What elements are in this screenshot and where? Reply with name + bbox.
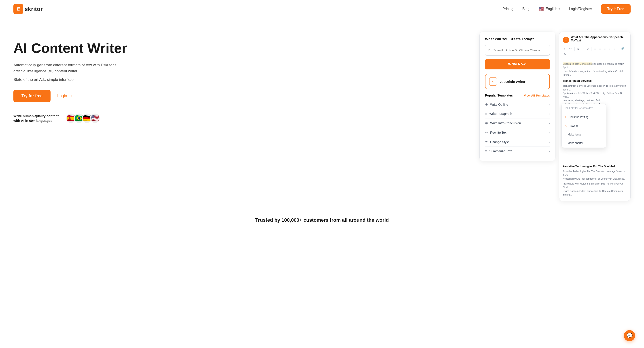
align-center-button[interactable]: ≡: [608, 47, 611, 51]
logo[interactable]: E skritor: [14, 4, 43, 14]
flag-usa: 🇺🇸: [90, 113, 100, 123]
flag-us-icon: 🇺🇸: [538, 6, 544, 12]
rewrite-icon: ✎: [564, 124, 567, 128]
italic-button[interactable]: I: [582, 47, 584, 51]
template-write-paragraph[interactable]: ≡ Write Paragraph ›: [485, 109, 550, 118]
chevron-right-icon: ›: [549, 112, 550, 116]
redo-button[interactable]: ↪: [568, 47, 573, 51]
chevron-down-icon: ▾: [558, 8, 560, 11]
make-shorter-icon: ↕: [564, 141, 566, 146]
template-label: Rewrite Text: [490, 131, 507, 134]
continue-writing-label: Continue Writing: [569, 115, 588, 119]
templates-header: Popular Templates View All Templates: [485, 94, 550, 97]
toolbar-separator: [591, 47, 592, 51]
view-all-templates-link[interactable]: View All Templates: [524, 94, 550, 97]
continue-writing-option[interactable]: ✏ Continue Writing: [562, 113, 606, 122]
language-selector[interactable]: 🇺🇸 English ▾: [538, 6, 560, 12]
chevron-right-icon: ›: [549, 121, 550, 125]
underline-button[interactable]: U: [586, 47, 590, 51]
list2-button[interactable]: ≡: [598, 47, 602, 51]
popular-templates-title: Popular Templates: [485, 94, 513, 97]
hero-buttons: Try for free Login →: [14, 90, 130, 102]
menu-icon: ☰: [563, 37, 569, 43]
editor-card: ☰ What Are The Applications Of Speech-To…: [559, 32, 630, 201]
hero-title: AI Content Writer: [14, 41, 130, 56]
template-rewrite-text[interactable]: ✏ Rewrite Text ›: [485, 128, 550, 137]
editor-title: What Are The Applications Of Speech-To-T…: [571, 35, 627, 42]
template-summarize[interactable]: ≡ Summarize Text ›: [485, 147, 550, 156]
make-longer-label: Make longer: [568, 133, 582, 137]
bold-button[interactable]: B: [576, 47, 580, 51]
section1-title: Transcription Services: [563, 79, 627, 83]
trusted-section: Trusted by 100,000+ customers from all a…: [0, 210, 644, 228]
hero-subtitle: State of the art A.I., simple interface: [14, 77, 130, 82]
template-label: Write Outline: [490, 103, 508, 106]
section2-text1: Assistive Technologies For The Disabled …: [563, 169, 627, 181]
nav-pricing[interactable]: Pricing: [502, 7, 514, 11]
change-style-icon: ✒: [485, 140, 488, 144]
nav-blog[interactable]: Blog: [522, 7, 530, 11]
make-longer-option[interactable]: ↕ Make longer: [562, 130, 606, 139]
write-now-button[interactable]: Write Now!: [485, 59, 550, 69]
undo-button[interactable]: ↩: [563, 47, 567, 51]
try-it-free-button[interactable]: Try It Free: [601, 4, 630, 14]
logo-text: skritor: [24, 6, 43, 13]
chevron-right-icon: ›: [528, 80, 530, 83]
hero-right: What Will You Create Today? Write Now! A…: [480, 32, 630, 201]
header: E skritor Pricing Blog 🇺🇸 English ▾ Logi…: [0, 0, 644, 18]
align-right-button[interactable]: ≡: [613, 47, 616, 51]
ai-article-box[interactable]: AI AI Article Writer ›: [485, 74, 550, 89]
list-button[interactable]: ≡: [593, 47, 597, 51]
summarize-icon: ≡: [485, 149, 487, 153]
logo-icon: E: [14, 4, 23, 14]
editor-header: ☰ What Are The Applications Of Speech-To…: [559, 32, 630, 59]
flags-group: 🇪🇸 🇧🇷 🇩🇪 🇺🇸: [66, 113, 100, 123]
continue-writing-icon: ✏: [564, 115, 567, 120]
content-writer-card: What Will You Create Today? Write Now! A…: [480, 32, 556, 161]
languages-text: Write human-quality content with AI in 6…: [14, 113, 62, 123]
write-intro-icon: ⊕: [485, 121, 488, 125]
make-shorter-option[interactable]: ↕ Make shorter: [562, 139, 606, 148]
make-shorter-label: Make shorter: [568, 141, 584, 145]
section2-text2: Individuals With Motor Impairments, Such…: [563, 182, 627, 196]
ai-article-icon: AI: [489, 77, 497, 86]
card1-title: What Will You Create Today?: [485, 37, 550, 41]
template-write-outline[interactable]: ⊙ Write Outline ›: [485, 100, 550, 109]
hero-section: AI Content Writer Automatically generate…: [0, 18, 644, 210]
nav-login-register[interactable]: Login/Register: [569, 7, 592, 11]
link-button[interactable]: 🔗: [620, 47, 625, 51]
align-left-button[interactable]: ≡: [603, 47, 607, 51]
toolbar-separator: [574, 47, 575, 51]
language-label: English: [546, 7, 557, 11]
rewrite-label: Rewrite: [569, 124, 578, 128]
edit-button[interactable]: ✎: [563, 52, 567, 56]
hero-left: AI Content Writer Automatically generate…: [14, 32, 130, 123]
rewrite-text-icon: ✏: [485, 130, 488, 135]
chevron-right-icon: ›: [549, 140, 550, 144]
template-label: Write Paragraph: [489, 112, 512, 116]
template-change-style[interactable]: ✒ Change Style ›: [485, 137, 550, 147]
write-paragraph-icon: ≡: [485, 112, 487, 116]
toolbar-separator: [618, 47, 618, 51]
template-label: Change Style: [490, 140, 509, 144]
ai-input[interactable]: Tell Eskritor what to do?: [562, 104, 606, 113]
templates-section: Popular Templates View All Templates ⊙ W…: [485, 94, 550, 156]
chevron-right-icon: ›: [549, 149, 550, 153]
main-nav: Pricing Blog 🇺🇸 English ▾ Login/Register…: [502, 4, 630, 14]
login-link[interactable]: Login →: [57, 94, 73, 98]
editor-body: Speech-To-Text Conversion Has Become Int…: [559, 59, 630, 201]
rewrite-option[interactable]: ✎ Rewrite: [562, 122, 606, 130]
write-outline-icon: ⊙: [485, 102, 488, 107]
editor-toolbar: ↩ ↪ B I U ≡ ≡ ≡ ≡ ≡ 🔗 ✎: [563, 47, 627, 56]
ai-article-label: AI Article Writer: [500, 80, 526, 84]
topic-input[interactable]: [485, 45, 550, 56]
trusted-text: Trusted by 100,000+ customers from all a…: [255, 217, 389, 223]
template-label: Write Intro/Conclusion: [490, 121, 521, 125]
template-write-intro[interactable]: ⊕ Write Intro/Conclusion ›: [485, 118, 550, 128]
try-for-free-button[interactable]: Try for free: [14, 90, 50, 102]
chevron-right-icon: ›: [549, 131, 550, 134]
make-longer-icon: ↕: [564, 132, 566, 137]
ai-dropdown: Tell Eskritor what to do? ✏ Continue Wri…: [562, 104, 606, 148]
arrow-right-icon: →: [69, 94, 73, 98]
chevron-right-icon: ›: [549, 103, 550, 106]
